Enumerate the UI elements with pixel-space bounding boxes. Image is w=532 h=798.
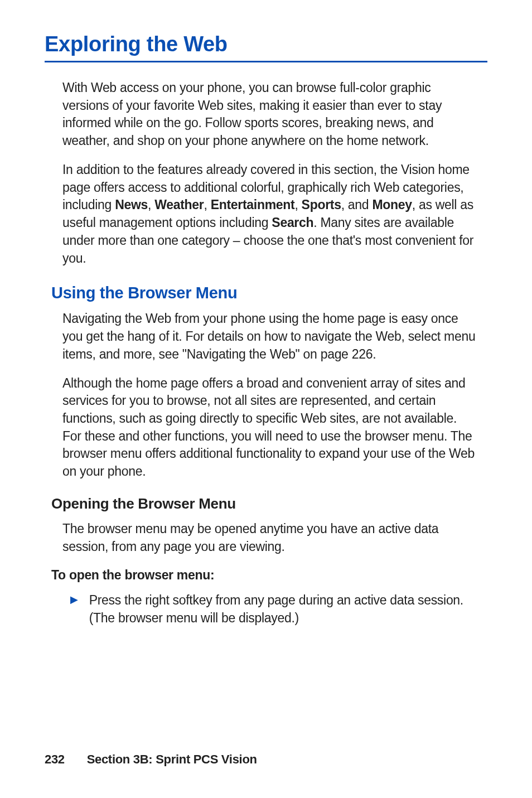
instruction-text: Press the right softkey from any page du… xyxy=(89,592,476,627)
text-segment: , xyxy=(148,197,154,212)
subsection-heading-opening-browser-menu: Opening the Browser Menu xyxy=(51,495,487,512)
browser-menu-paragraph-2: Although the home page offers a broad an… xyxy=(62,375,476,481)
triangle-bullet-icon: ▶ xyxy=(70,592,78,627)
page-title: Exploring the Web xyxy=(45,32,487,62)
intro-paragraph-1: With Web access on your phone, you can b… xyxy=(62,79,476,150)
instruction-heading: To open the browser menu: xyxy=(51,568,487,583)
browser-menu-paragraph-1: Navigating the Web from your phone using… xyxy=(62,310,476,363)
bold-search: Search xyxy=(272,215,313,230)
bold-money: Money xyxy=(372,197,412,212)
text-segment: , xyxy=(294,197,301,212)
bold-weather: Weather xyxy=(154,197,204,212)
instruction-bullet: ▶ Press the right softkey from any page … xyxy=(70,592,476,627)
bold-news: News xyxy=(115,197,148,212)
text-segment: , and xyxy=(341,197,373,212)
opening-browser-paragraph: The browser menu may be opened anytime y… xyxy=(62,520,476,555)
page-number: 232 xyxy=(45,752,65,767)
page-footer: 232 Section 3B: Sprint PCS Vision xyxy=(45,752,257,767)
bold-sports: Sports xyxy=(302,197,341,212)
section-heading-using-browser-menu: Using the Browser Menu xyxy=(51,284,487,302)
bold-entertainment: Entertainment xyxy=(211,197,295,212)
intro-paragraph-2: In addition to the features already cove… xyxy=(62,161,476,267)
text-segment: , xyxy=(204,197,211,212)
section-label: Section 3B: Sprint PCS Vision xyxy=(87,752,257,766)
